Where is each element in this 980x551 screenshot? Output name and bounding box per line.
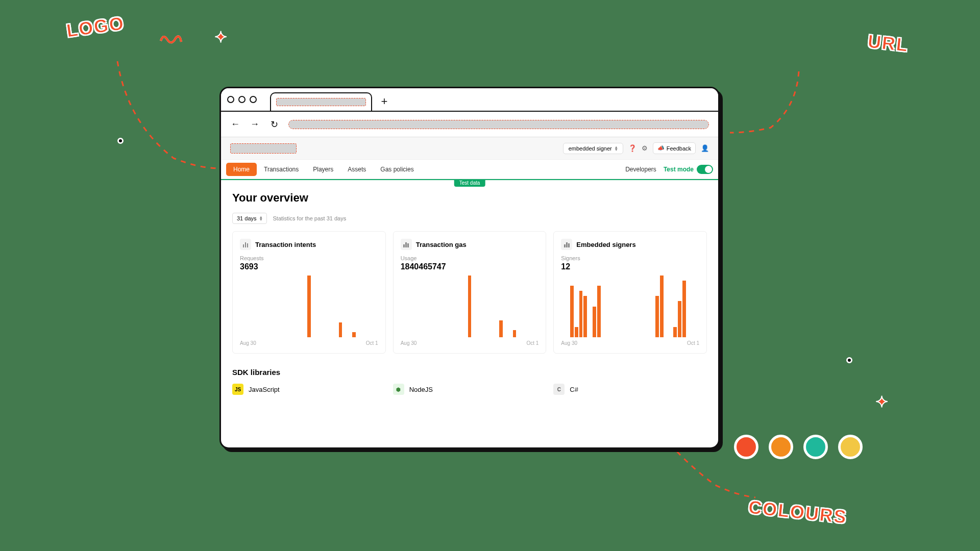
javascript-icon: JS	[232, 384, 243, 395]
x-axis-start: Aug 30	[401, 340, 417, 346]
x-axis-start: Aug 30	[561, 340, 577, 346]
nodejs-icon: ⬢	[393, 384, 404, 395]
megaphone-icon: 📣	[657, 145, 665, 152]
nav-tab-players[interactable]: Players	[306, 163, 340, 176]
card-subtitle: Usage	[401, 255, 539, 261]
sparkle-icon: ✦	[875, 393, 888, 411]
sdk-label: NodeJS	[409, 386, 433, 393]
sdk-section-title: SDK libraries	[232, 368, 707, 377]
chevron-updown-icon: ▴▾	[260, 216, 262, 221]
signer-select-label: embedded signer	[569, 145, 612, 152]
colour-swatches	[734, 435, 863, 459]
card-title: Embedded signers	[576, 241, 635, 248]
card-transaction-intents: Transaction intents Requests 3693 Aug 30…	[232, 231, 386, 354]
logo-placeholder	[230, 143, 297, 154]
dot-icon	[117, 138, 124, 144]
developers-link[interactable]: Developers	[625, 166, 656, 173]
colour-swatch-2	[769, 435, 793, 459]
feedback-label: Feedback	[667, 145, 691, 152]
sdk-label: C#	[570, 386, 578, 393]
close-window-button[interactable]	[227, 96, 234, 103]
url-input-placeholder[interactable]	[288, 120, 709, 129]
bar-chart-icon	[240, 239, 251, 250]
help-icon[interactable]: ❓	[628, 144, 636, 152]
sdk-row: JS JavaScript ⬢ NodeJS C C#	[232, 384, 707, 395]
colour-swatch-4	[838, 435, 863, 459]
sdk-item-csharp[interactable]: C C#	[553, 384, 707, 395]
back-button[interactable]: ←	[230, 119, 240, 130]
feedback-button[interactable]: 📣 Feedback	[653, 142, 696, 154]
squiggle-icon	[158, 31, 184, 51]
browser-tab[interactable]	[270, 92, 372, 111]
chart-area	[561, 276, 699, 337]
x-axis-end: Oct 1	[526, 340, 538, 346]
user-icon[interactable]: 👤	[701, 144, 709, 152]
connector-url	[730, 71, 799, 133]
maximize-window-button[interactable]	[250, 96, 257, 103]
connector-logo	[117, 61, 219, 168]
annotation-colours: COLOURS	[747, 496, 848, 528]
tab-title-placeholder	[276, 98, 366, 106]
csharp-icon: C	[553, 384, 565, 395]
annotation-logo: LOGO	[65, 12, 126, 41]
colour-swatch-1	[734, 435, 758, 459]
date-range-description: Statistics for the past 31 days	[273, 215, 347, 221]
address-bar: ← → ↻	[221, 112, 718, 137]
nav-tab-gas-policies[interactable]: Gas policies	[373, 163, 421, 176]
test-data-badge: Test data	[454, 179, 485, 187]
annotation-url: URL	[867, 31, 910, 56]
card-embedded-signers: Embedded signers Signers 12 Aug 30 Oct 1	[553, 231, 707, 354]
signer-select[interactable]: embedded signer ▴▾	[563, 143, 623, 154]
card-subtitle: Requests	[240, 255, 378, 261]
sparkle-icon: ✦	[214, 28, 227, 46]
card-value: 1840465747	[401, 262, 539, 271]
nav-tab-assets[interactable]: Assets	[340, 163, 373, 176]
card-transaction-gas: Transaction gas Usage 1840465747 Aug 30 …	[393, 231, 547, 354]
bar-chart-icon	[401, 239, 412, 250]
window-controls	[227, 88, 267, 111]
stat-cards: Transaction intents Requests 3693 Aug 30…	[232, 231, 707, 354]
card-value: 3693	[240, 262, 378, 271]
page-title: Your overview	[232, 191, 707, 205]
app-header: embedded signer ▴▾ ❓ ⚙ 📣 Feedback 👤	[221, 137, 718, 160]
main-content: Your overview 31 days ▴▾ Statistics for …	[221, 182, 718, 447]
x-axis-end: Oct 1	[687, 340, 699, 346]
tab-bar: +	[221, 88, 718, 112]
chart-area	[401, 276, 539, 337]
toggle-switch[interactable]	[697, 165, 713, 174]
date-range-select[interactable]: 31 days ▴▾	[232, 213, 267, 224]
reload-button[interactable]: ↻	[269, 119, 279, 130]
nav-tab-transactions[interactable]: Transactions	[257, 163, 306, 176]
chevron-updown-icon: ▴▾	[615, 146, 618, 151]
forward-button[interactable]: →	[250, 119, 260, 130]
x-axis-start: Aug 30	[240, 340, 256, 346]
colour-swatch-3	[803, 435, 828, 459]
test-mode-label: Test mode	[664, 166, 694, 173]
date-range-value: 31 days	[237, 215, 257, 221]
x-axis-end: Oct 1	[366, 340, 378, 346]
chart-area	[240, 276, 378, 337]
sdk-item-javascript[interactable]: JS JavaScript	[232, 384, 386, 395]
minimize-window-button[interactable]	[238, 96, 246, 103]
settings-icon[interactable]: ⚙	[642, 144, 648, 152]
test-mode-ribbon: Test data	[221, 179, 718, 180]
dot-icon	[846, 357, 852, 363]
bar-chart-icon	[561, 239, 572, 250]
new-tab-button[interactable]: +	[375, 92, 394, 111]
card-subtitle: Signers	[561, 255, 699, 261]
sdk-label: JavaScript	[249, 386, 280, 393]
browser-window: + ← → ↻ embedded signer ▴▾ ❓ ⚙ 📣 Feedbac…	[219, 87, 720, 449]
nav-tab-home[interactable]: Home	[226, 163, 257, 176]
nav-tabs: Home Transactions Players Assets Gas pol…	[221, 160, 718, 179]
card-value: 12	[561, 262, 699, 271]
sdk-item-nodejs[interactable]: ⬢ NodeJS	[393, 384, 547, 395]
card-title: Transaction gas	[416, 241, 467, 248]
test-mode-toggle[interactable]: Test mode	[664, 165, 713, 174]
card-title: Transaction intents	[255, 241, 316, 248]
